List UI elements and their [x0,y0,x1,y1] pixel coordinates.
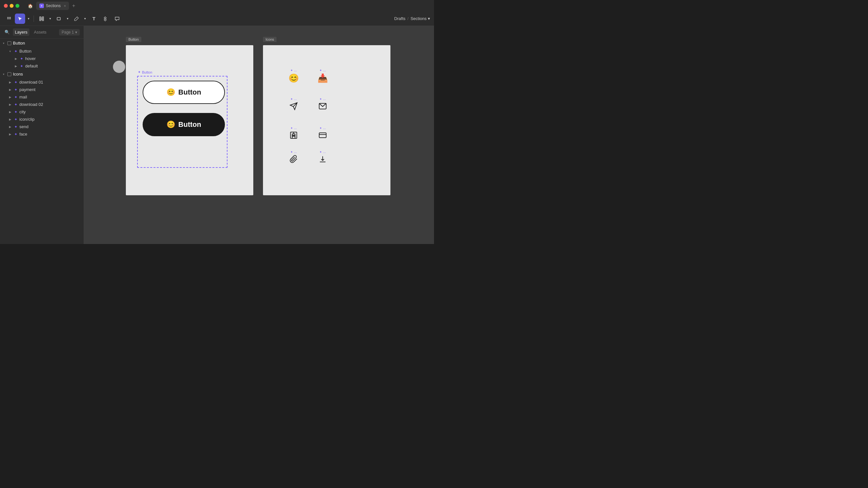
icon-dots-label: ... [294,150,297,154]
maximize-button[interactable] [16,4,19,8]
chevron-down-icon: ▾ [8,49,12,54]
select-dropdown[interactable]: ▾ [26,13,31,24]
search-button[interactable]: 🔍 [4,29,10,35]
layer-section-button[interactable]: ▾ Button [0,39,84,48]
sections-tab[interactable]: Sections × [36,2,69,10]
minimize-button[interactable] [10,4,13,8]
icons-section-frame[interactable]: Icons ✦ ... 😊 ✦ ... [263,45,391,195]
select-tool-button[interactable] [15,13,25,24]
component-icon: ✦ [19,57,24,61]
svg-point-4 [9,18,10,19]
layer-hover[interactable]: ▶ ✦ hover [0,55,84,62]
component-tag-label: Button [142,70,152,74]
inbox-icon: 📥 [317,73,328,83]
icon-cell-card[interactable]: ✦ ... [310,121,336,147]
tab-layers[interactable]: Layers [13,28,29,36]
home-icon: 🏠 [28,4,33,8]
icon-dots-label: ... [323,150,326,154]
component-icon: ✦ [13,117,18,122]
breadcrumb-separator: / [407,16,409,21]
frame-dropdown[interactable]: ▾ [48,13,53,24]
button-section-content: ✦ Button 😊 Button 😊 Button [126,45,253,195]
layer-city[interactable]: ▶ ✦ city [0,108,84,116]
layer-download02[interactable]: ▶ ✦ download 02 [0,101,84,108]
icon-meta-mail: ✦ ... [319,97,326,101]
icon-cell-building[interactable]: ✦ ... [281,121,307,147]
svg-rect-18 [319,133,326,138]
icon-diamond-icon: ✦ [290,150,293,154]
icon-cell-smiley[interactable]: ✦ ... 😊 [281,63,307,89]
icon-cell-send[interactable]: ✦ ... [281,92,307,118]
shape-dropdown[interactable]: ▾ [65,13,70,24]
chevron-down-icon: ▾ [1,41,6,45]
chevron-right-icon: ▶ [13,57,18,61]
icons-section-content: ✦ ... 😊 ✦ ... 📥 [263,45,391,195]
button-section-label: Button [126,37,141,42]
svg-rect-16 [292,135,293,136]
canvas-button-black[interactable]: 😊 Button [143,113,225,136]
tool-group-pen: ▾ [71,13,88,24]
layer-button-frame-label: Button [19,49,32,54]
icon-diamond-icon: ✦ [319,150,322,154]
frame-tool-button[interactable] [36,13,47,24]
icon-cell-download[interactable]: ✦ ... [310,150,336,165]
layer-send-label: send [19,124,28,129]
pen-dropdown[interactable]: ▾ [82,13,88,24]
icons-section-label: Icons [263,37,277,42]
close-button[interactable] [4,4,8,8]
icon-meta-inbox: ✦ ... [319,68,326,72]
icon-cell-mail[interactable]: ✦ ... [310,92,336,118]
add-tab-button[interactable]: + [70,3,77,9]
tab-assets[interactable]: Assets [32,28,49,36]
breadcrumb-current[interactable]: Sections ▾ [410,16,430,21]
icon-meta-send: ✦ ... [290,97,297,101]
page-label: Page 1 [62,30,74,34]
panel-tabs: 🔍 Layers Assets Page 1 ▾ [0,26,84,39]
icon-dots-label: ... [323,97,326,101]
layer-download01[interactable]: ▶ ✦ download 01 [0,79,84,86]
icon-meta-smiley: ✦ ... [290,68,297,72]
layer-default[interactable]: ▶ ✦ default [0,62,84,70]
layer-payment[interactable]: ▶ ✦ payment [0,86,84,93]
layer-mail-label: mail [19,95,27,99]
layers-list: ▾ Button ▾ ✦ Button ▶ ✦ hover ▶ ✦ [0,39,84,244]
comment-tool-button[interactable] [112,13,122,24]
breadcrumb-chevron-icon: ▾ [428,16,430,21]
layer-send[interactable]: ▶ ✦ send [0,123,84,130]
chevron-right-icon: ▶ [13,64,18,68]
layer-button-frame[interactable]: ▾ ✦ Button [0,48,84,55]
icon-diamond-icon: ✦ [290,69,293,72]
icon-cell-inbox[interactable]: ✦ ... 📥 [310,63,336,89]
section-frame-icon [7,41,11,45]
icon-meta-clip: ✦ ... [290,150,297,154]
layer-iconclip[interactable]: ▶ ✦ icon/clip [0,116,84,123]
separator-1 [34,16,34,22]
move-tool-button[interactable] [4,13,14,24]
layer-section-icons[interactable]: ▾ Icons [0,70,84,79]
tab-favicon [39,4,44,8]
button-section-frame[interactable]: Button ✦ Button 😊 Button 😊 [126,45,253,195]
shape-tool-button[interactable] [54,13,64,24]
layer-section-button-label: Button [13,41,25,45]
component-icon: ✦ [13,125,18,129]
text-tool-button[interactable]: T [89,13,99,24]
pen-tool-button[interactable] [71,13,82,24]
layer-download01-label: download 01 [19,80,43,85]
home-tab[interactable]: 🏠 [26,2,35,10]
tab-close-icon[interactable]: × [64,4,66,8]
component-tool-button[interactable] [100,13,111,24]
tool-group-frame: ▾ [36,13,53,24]
icon-cell-clip[interactable]: ✦ ... [281,150,307,165]
breadcrumb-drafts[interactable]: Drafts [394,16,406,21]
layer-face[interactable]: ▶ ✦ face [0,130,84,138]
svg-rect-11 [57,18,60,20]
layer-section-icons-label: Icons [13,72,23,77]
component-icon: ✦ [13,102,18,107]
page-selector[interactable]: Page 1 ▾ [59,29,80,35]
canvas-button-white[interactable]: 😊 Button [143,81,225,104]
canvas[interactable]: Button ✦ Button 😊 Button 😊 [84,26,434,244]
svg-rect-8 [42,17,43,21]
layer-mail[interactable]: ▶ ✦ mail [0,93,84,101]
component-selection-tag: ✦ Button [138,70,152,74]
smiley-icon: 😊 [166,120,175,129]
